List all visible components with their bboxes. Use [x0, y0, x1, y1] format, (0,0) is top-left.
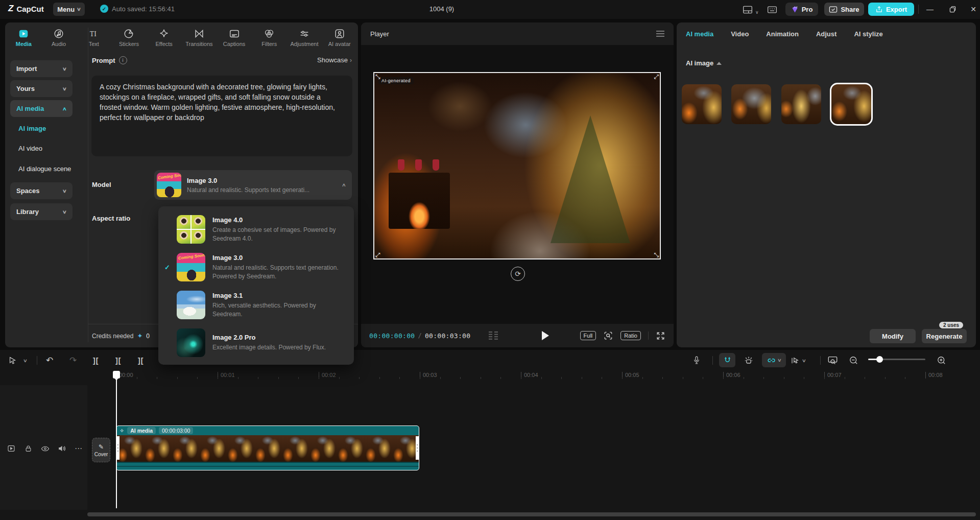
link-toggle[interactable]: ∨ [762, 353, 786, 367]
voiceover-mic-icon[interactable] [692, 354, 701, 367]
resize-handle-icon[interactable]: ⤢ [654, 74, 659, 79]
generated-thumbnail-3[interactable] [781, 84, 821, 124]
menu-button[interactable]: Menu∨ [53, 3, 85, 16]
zoom-in-icon[interactable] [937, 354, 946, 367]
christmas-tree [551, 115, 630, 243]
play-button[interactable] [542, 331, 549, 340]
horizontal-scrollbar[interactable] [87, 512, 976, 516]
showcase-link[interactable]: Showcase› [317, 56, 352, 64]
tab-ai-media[interactable]: AI media [686, 30, 713, 38]
tab-stickers[interactable]: Stickers [111, 26, 147, 47]
ai-image-section-header[interactable]: AI image [686, 59, 722, 67]
tab-ai-avatar[interactable]: AI avatar [322, 26, 357, 47]
track-preview-icon[interactable] [6, 443, 16, 454]
ratio-button[interactable]: Ratio [620, 331, 641, 340]
select-tool-icon[interactable] [8, 354, 17, 367]
model-selector[interactable]: Coming Soon! Image 3.0 Natural and reali… [154, 170, 352, 200]
frames-grid-icon[interactable] [488, 331, 499, 340]
model-option-image-3-1[interactable]: Image 3.1 Rich, versatile aesthetics. Po… [158, 286, 354, 324]
pro-button[interactable]: Pro [785, 3, 818, 16]
share-button[interactable]: Share [824, 3, 864, 16]
ai-watermark: AI-generated [378, 77, 414, 84]
sidebar-item-yours[interactable]: Yours∨ [10, 80, 73, 97]
sidebar-item-ai-dialogue-scene[interactable]: AI dialogue scene [18, 163, 71, 174]
snapping-toggle[interactable] [719, 353, 735, 367]
chevron-down-icon[interactable]: ∨ [755, 7, 759, 16]
resize-handle-icon[interactable]: ⤡ [654, 252, 659, 257]
full-button[interactable]: Full [580, 331, 596, 340]
tab-text[interactable]: TI Text [76, 26, 111, 47]
prompt-input[interactable]: A cozy Christmas background with a decor… [91, 76, 352, 156]
sidebar-item-ai-image[interactable]: AI image [18, 123, 46, 133]
ai-avatar-icon [334, 28, 345, 39]
eye-icon[interactable] [40, 443, 50, 454]
chevron-down-icon: ∨ [62, 66, 67, 72]
tab-ai-stylize[interactable]: AI stylize [854, 30, 882, 38]
preview-zoom-icon[interactable] [603, 330, 613, 341]
shortcut-panel-icon[interactable] [766, 4, 778, 15]
tab-adjust[interactable]: Adjust [816, 30, 836, 38]
select-mode-icon[interactable]: ∨ [791, 354, 806, 367]
split-right-icon[interactable]: ][ [115, 354, 121, 367]
layout-icon[interactable] [742, 4, 754, 15]
fit-timeline-icon[interactable] [827, 354, 838, 367]
timeline-clip-ai-media[interactable]: ✧ AI media 00:00:03:00 [116, 426, 419, 470]
svg-text:TI: TI [90, 30, 97, 38]
preview-image[interactable]: AI-generated ⤡ ⤢ ⤢ ⤡ [373, 72, 661, 259]
sidebar-item-spaces[interactable]: Spaces∨ [10, 182, 73, 199]
more-options-icon[interactable]: ⋯ [74, 443, 84, 454]
speaker-icon[interactable] [57, 443, 67, 454]
playhead-handle[interactable] [113, 371, 120, 379]
tab-audio[interactable]: Audio [41, 26, 77, 47]
redo-button[interactable]: ↷ [69, 354, 77, 367]
info-icon[interactable]: i [119, 56, 127, 64]
slider-handle[interactable] [876, 356, 883, 363]
ruler-minor-ticks [116, 377, 925, 379]
tab-video[interactable]: Video [731, 30, 749, 38]
sidebar-item-ai-media[interactable]: AI media∧ [10, 100, 73, 117]
current-time: 00:00:00:00 [369, 332, 415, 340]
resize-handle-icon[interactable]: ⤢ [375, 252, 380, 257]
restore-button[interactable] [946, 3, 959, 15]
tab-filters[interactable]: Filters [252, 26, 287, 47]
regenerate-button[interactable]: Regenerate [922, 329, 967, 343]
minimize-button[interactable]: — [923, 3, 937, 15]
sidebar-item-library[interactable]: Library∨ [10, 203, 73, 220]
tab-transitions[interactable]: Transitions [182, 26, 217, 47]
fullscreen-icon[interactable] [656, 331, 665, 341]
generated-thumbnail-4-selected[interactable] [831, 84, 871, 124]
tab-animation[interactable]: Animation [766, 30, 799, 38]
divider [820, 356, 821, 365]
tab-adjustment[interactable]: Adjustment [287, 26, 322, 47]
model-option-image-3-0[interactable]: ✓ Coming Soon! Image 3.0 Natural and rea… [158, 248, 354, 286]
generated-thumbnail-2[interactable] [731, 84, 771, 124]
split-both-icon[interactable]: ][ [138, 354, 144, 367]
preview-axis-icon[interactable] [744, 354, 754, 367]
divider [712, 356, 713, 365]
select-tool-chevron[interactable]: ∨ [23, 354, 27, 367]
zoom-out-icon[interactable] [849, 354, 858, 367]
close-button[interactable]: ✕ [967, 3, 980, 15]
credit-star-icon: ✦ [137, 332, 142, 340]
uses-badge: 2 uses [939, 322, 963, 328]
export-button[interactable]: Export [868, 3, 914, 16]
tab-captions[interactable]: Captions [217, 26, 252, 47]
generated-thumbnail-1[interactable] [682, 84, 722, 124]
tab-effects[interactable]: Effects [147, 26, 182, 47]
player-menu-icon[interactable] [656, 31, 664, 37]
clip-trim-handle-right[interactable] [416, 436, 419, 460]
model-option-image-2-0-pro[interactable]: Image 2.0 Pro Excellent image details. P… [158, 324, 354, 362]
model-option-image-4-0[interactable]: Image 4.0 Create a cohesive set of image… [158, 210, 354, 248]
tab-media[interactable]: Media [6, 26, 41, 47]
resize-handle-icon[interactable]: ⤡ [375, 74, 380, 79]
lock-icon[interactable] [23, 443, 33, 454]
modify-button[interactable]: Modify [870, 329, 916, 343]
sidebar-item-import[interactable]: Import∨ [10, 60, 73, 77]
timeline-zoom-slider[interactable] [868, 359, 925, 360]
cover-button[interactable]: ✎ Cover [92, 438, 110, 462]
undo-button[interactable]: ↶ [46, 354, 53, 367]
reset-loop-button[interactable]: ⟳ [511, 267, 525, 281]
filters-icon [264, 28, 275, 39]
split-left-icon[interactable]: ][ [93, 354, 99, 367]
sidebar-item-ai-video[interactable]: AI video [18, 143, 42, 153]
